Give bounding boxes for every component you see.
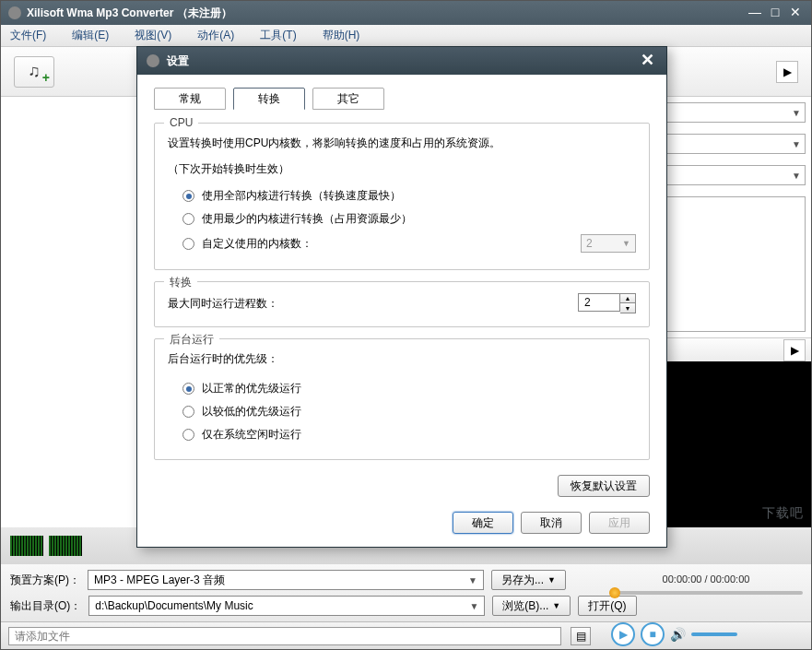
radio-bg-normal[interactable] [182, 383, 194, 395]
save-as-button[interactable]: 另存为...▼ [491, 570, 566, 590]
radio-bg-normal-label: 以正常的优先级运行 [202, 381, 301, 396]
output-value: d:\Backup\Documents\My Music [95, 599, 253, 612]
menu-tool[interactable]: 工具(T) [260, 28, 296, 43]
cpu-group: CPU 设置转换时使用CPU内核数，将影响转换的速度和占用的系统资源。 （下次开… [154, 123, 650, 270]
radio-bg-low-label: 以较低的优先级运行 [202, 404, 301, 420]
menu-help[interactable]: 帮助(H) [323, 28, 360, 43]
background-group: 后台运行 后台运行时的优先级： 以正常的优先级运行 以较低的优先级运行 仅在系统… [154, 338, 650, 460]
seek-thumb[interactable] [609, 587, 620, 598]
play-icon: ▶ [791, 344, 799, 357]
convert-group: 转换 最大同时运行进程数： ▲ ▼ [154, 281, 650, 327]
volume-slider[interactable] [691, 632, 737, 636]
tab-convert[interactable]: 转换 [233, 88, 305, 110]
radio-cpu-custom-label: 自定义使用的内核数： [202, 236, 312, 252]
play-button[interactable]: ▶ [611, 622, 635, 646]
cpu-cores-combo: 2 ▼ [581, 234, 636, 253]
radio-bg-idle[interactable] [182, 429, 194, 441]
tab-other[interactable]: 其它 [312, 88, 384, 110]
ok-button[interactable]: 确定 [453, 512, 513, 534]
radio-cpu-all[interactable] [182, 190, 194, 202]
plus-icon: + [42, 70, 50, 85]
settings-dialog: 设置 ✕ 常规 转换 其它 CPU 设置转换时使用CPU内核数，将影响转换的速度… [136, 46, 667, 548]
bg-label: 后台运行时的优先级： [168, 350, 636, 368]
menu-view[interactable]: 视图(V) [135, 28, 171, 43]
waveform-block [10, 536, 43, 556]
stop-button[interactable]: ■ [641, 622, 665, 646]
radio-cpu-custom[interactable] [182, 238, 194, 250]
chevron-down-icon: ▼ [792, 171, 801, 181]
window-title: Xilisoft Wma Mp3 Converter （未注册） [27, 6, 747, 21]
dialog-close-button[interactable]: ✕ [637, 52, 657, 70]
chevron-down-icon: ▼ [792, 139, 801, 149]
chevron-down-icon: ▼ [622, 239, 630, 248]
cpu-desc: 设置转换时使用CPU内核数，将影响转换的速度和占用的系统资源。 [168, 135, 636, 152]
max-process-label: 最大同时运行进程数： [168, 296, 278, 312]
menu-edit[interactable]: 编辑(E) [72, 28, 109, 43]
cpu-legend: CPU [164, 116, 198, 129]
chevron-down-icon: ▼ [552, 601, 560, 610]
radio-cpu-min[interactable] [182, 213, 194, 225]
output-combo[interactable]: d:\Backup\Documents\My Music ▼ [88, 596, 485, 616]
convert-legend: 转换 [164, 275, 197, 290]
spinner-up[interactable]: ▲ [620, 294, 635, 303]
preset-value: MP3 - MPEG Layer-3 音频 [94, 573, 225, 588]
list-icon: ▤ [576, 630, 586, 643]
dialog-titlebar: 设置 ✕ [137, 47, 666, 75]
max-process-input[interactable] [578, 293, 620, 312]
maximize-button[interactable]: □ [767, 6, 783, 20]
right-panel-next-button[interactable]: ▶ [783, 339, 806, 361]
radio-bg-idle-label: 仅在系统空闲时运行 [202, 427, 301, 443]
restore-defaults-button[interactable]: 恢复默认设置 [558, 475, 650, 497]
radio-cpu-all-label: 使用全部内核进行转换（转换速度最快） [202, 188, 401, 204]
bg-legend: 后台运行 [164, 332, 219, 348]
add-file-button[interactable]: ♫ + [14, 56, 54, 88]
watermark-text: 下载吧 [762, 505, 804, 522]
play-icon: ▶ [619, 628, 628, 641]
player-time: 00:00:00 / 00:00:00 [663, 573, 750, 585]
main-titlebar: Xilisoft Wma Mp3 Converter （未注册） — □ ✕ [1, 1, 811, 25]
cpu-note: （下次开始转换时生效） [168, 161, 636, 177]
dialog-logo-icon [147, 54, 159, 67]
preset-combo[interactable]: MP3 - MPEG Layer-3 音频 ▼ [88, 570, 484, 590]
stop-icon: ■ [649, 628, 655, 641]
radio-cpu-min-label: 使用最少的内核进行转换（占用资源最少） [202, 211, 412, 227]
status-input[interactable] [8, 627, 561, 645]
chevron-down-icon: ▼ [468, 575, 477, 585]
volume-icon[interactable]: 🔊 [670, 627, 686, 642]
minimize-button[interactable]: — [747, 6, 763, 20]
spinner-down[interactable]: ▼ [620, 303, 635, 313]
menubar: 文件(F) 编辑(E) 视图(V) 动作(A) 工具(T) 帮助(H) [1, 25, 811, 47]
play-icon: ▶ [783, 65, 792, 78]
chevron-down-icon: ▼ [547, 575, 556, 585]
radio-bg-low[interactable] [182, 406, 194, 418]
apply-button[interactable]: 应用 [589, 512, 650, 534]
close-button[interactable]: ✕ [787, 6, 804, 20]
tab-general[interactable]: 常规 [154, 88, 226, 110]
preset-label: 预置方案(P)： [10, 573, 80, 588]
cancel-button[interactable]: 取消 [521, 512, 582, 534]
toolbar-next-button[interactable]: ▶ [776, 61, 798, 83]
chevron-down-icon: ▼ [792, 108, 801, 118]
waveform-block [49, 536, 82, 556]
status-list-button[interactable]: ▤ [571, 627, 591, 645]
chevron-down-icon: ▼ [469, 601, 478, 611]
app-logo-icon [8, 6, 21, 19]
menu-action[interactable]: 动作(A) [197, 28, 234, 43]
menu-file[interactable]: 文件(F) [10, 28, 46, 43]
output-label: 输出目录(O)： [10, 598, 81, 614]
dialog-title: 设置 [167, 53, 637, 69]
music-note-icon: ♫ [28, 62, 41, 81]
browse-button[interactable]: 浏览(B)...▼ [492, 596, 571, 616]
